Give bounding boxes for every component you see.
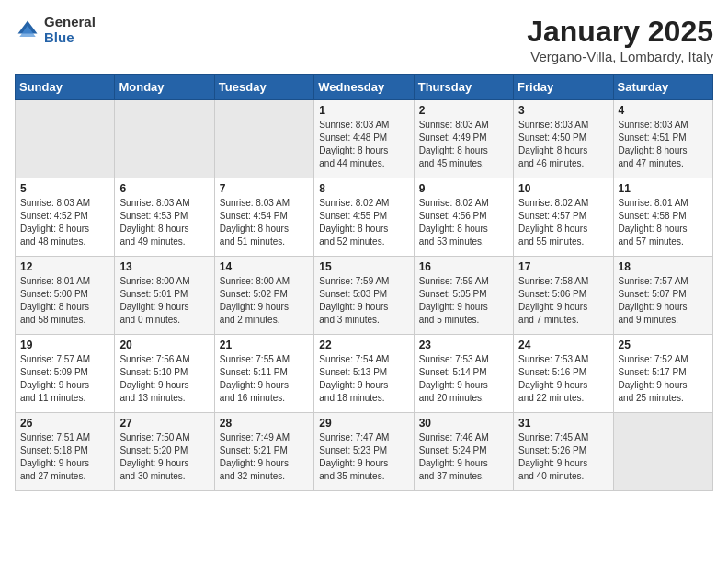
calendar-cell: 19Sunrise: 7:57 AM Sunset: 5:09 PM Dayli…	[16, 335, 115, 413]
day-number: 10	[518, 182, 608, 195]
calendar-cell: 29Sunrise: 7:47 AM Sunset: 5:23 PM Dayli…	[314, 413, 414, 491]
day-number: 5	[20, 182, 109, 195]
calendar-cell: 23Sunrise: 7:53 AM Sunset: 5:14 PM Dayli…	[414, 335, 513, 413]
day-number: 31	[518, 417, 608, 430]
day-number: 27	[119, 417, 209, 430]
calendar-cell: 10Sunrise: 8:02 AM Sunset: 4:57 PM Dayli…	[514, 178, 613, 257]
calendar-cell: 2Sunrise: 8:03 AM Sunset: 4:49 PM Daylig…	[414, 100, 513, 178]
day-number: 24	[518, 339, 608, 351]
day-number: 7	[220, 182, 309, 195]
day-info: Sunrise: 8:00 AM Sunset: 5:01 PM Dayligh…	[119, 275, 209, 327]
calendar-cell: 4Sunrise: 8:03 AM Sunset: 4:51 PM Daylig…	[613, 100, 712, 178]
day-number: 29	[319, 417, 408, 430]
header-tuesday: Tuesday	[214, 75, 313, 100]
header-sunday: Sunday	[16, 75, 115, 100]
day-number: 1	[319, 104, 408, 117]
day-info: Sunrise: 8:03 AM Sunset: 4:49 PM Dayligh…	[419, 119, 508, 170]
day-number: 11	[619, 182, 708, 195]
calendar-cell: 12Sunrise: 8:01 AM Sunset: 5:00 PM Dayli…	[16, 257, 115, 335]
day-info: Sunrise: 8:03 AM Sunset: 4:52 PM Dayligh…	[20, 197, 109, 248]
calendar-cell: 27Sunrise: 7:50 AM Sunset: 5:20 PM Dayli…	[115, 413, 214, 491]
day-info: Sunrise: 8:03 AM Sunset: 4:51 PM Dayligh…	[619, 119, 708, 170]
day-number: 2	[419, 104, 508, 117]
calendar-cell: 25Sunrise: 7:52 AM Sunset: 5:17 PM Dayli…	[613, 335, 712, 413]
logo-icon	[15, 17, 40, 43]
day-info: Sunrise: 7:53 AM Sunset: 5:16 PM Dayligh…	[518, 353, 608, 405]
calendar-cell: 1Sunrise: 8:03 AM Sunset: 4:48 PM Daylig…	[314, 100, 414, 178]
day-number: 15	[319, 260, 408, 273]
calendar-cell: 15Sunrise: 7:59 AM Sunset: 5:03 PM Dayli…	[314, 257, 414, 335]
day-number: 8	[319, 182, 408, 195]
day-info: Sunrise: 7:56 AM Sunset: 5:10 PM Dayligh…	[119, 353, 209, 405]
calendar-cell: 30Sunrise: 7:46 AM Sunset: 5:24 PM Dayli…	[414, 413, 513, 491]
day-number: 16	[419, 260, 508, 273]
calendar-cell: 28Sunrise: 7:49 AM Sunset: 5:21 PM Dayli…	[214, 413, 313, 491]
day-number: 3	[518, 104, 608, 117]
calendar-title: January 2025	[527, 15, 713, 49]
calendar-cell: 17Sunrise: 7:58 AM Sunset: 5:06 PM Dayli…	[514, 257, 613, 335]
day-number: 23	[419, 339, 508, 351]
page-header: General Blue January 2025 Vergano-Villa,…	[15, 15, 713, 64]
calendar-cell: 18Sunrise: 7:57 AM Sunset: 5:07 PM Dayli…	[613, 257, 712, 335]
day-number: 6	[119, 182, 209, 195]
day-number: 22	[319, 339, 408, 351]
calendar-table: Sunday Monday Tuesday Wednesday Thursday…	[15, 74, 713, 491]
calendar-cell: 7Sunrise: 8:03 AM Sunset: 4:54 PM Daylig…	[214, 178, 313, 257]
day-info: Sunrise: 7:58 AM Sunset: 5:06 PM Dayligh…	[518, 275, 608, 327]
calendar-week-1: 1Sunrise: 8:03 AM Sunset: 4:48 PM Daylig…	[16, 100, 713, 178]
day-info: Sunrise: 8:02 AM Sunset: 4:55 PM Dayligh…	[319, 197, 408, 248]
day-info: Sunrise: 8:02 AM Sunset: 4:56 PM Dayligh…	[419, 197, 508, 248]
day-number: 26	[20, 417, 109, 430]
header-wednesday: Wednesday	[314, 75, 414, 100]
header-monday: Monday	[115, 75, 214, 100]
day-info: Sunrise: 7:51 AM Sunset: 5:18 PM Dayligh…	[20, 431, 109, 483]
calendar-subtitle: Vergano-Villa, Lombardy, Italy	[527, 49, 713, 64]
calendar-cell: 21Sunrise: 7:55 AM Sunset: 5:11 PM Dayli…	[214, 335, 313, 413]
calendar-cell: 14Sunrise: 8:00 AM Sunset: 5:02 PM Dayli…	[214, 257, 313, 335]
day-number: 20	[119, 339, 209, 351]
calendar-cell: 6Sunrise: 8:03 AM Sunset: 4:53 PM Daylig…	[115, 178, 214, 257]
day-info: Sunrise: 7:55 AM Sunset: 5:11 PM Dayligh…	[220, 353, 309, 405]
logo-text: General Blue	[44, 15, 96, 45]
day-number: 25	[619, 339, 708, 351]
day-info: Sunrise: 7:53 AM Sunset: 5:14 PM Dayligh…	[419, 353, 508, 405]
calendar-cell: 26Sunrise: 7:51 AM Sunset: 5:18 PM Dayli…	[16, 413, 115, 491]
day-number: 21	[220, 339, 309, 351]
calendar-cell: 5Sunrise: 8:03 AM Sunset: 4:52 PM Daylig…	[16, 178, 115, 257]
header-saturday: Saturday	[613, 75, 712, 100]
day-info: Sunrise: 8:01 AM Sunset: 5:00 PM Dayligh…	[20, 275, 109, 327]
calendar-cell: 31Sunrise: 7:45 AM Sunset: 5:26 PM Dayli…	[514, 413, 613, 491]
calendar-cell	[613, 413, 712, 491]
calendar-week-2: 5Sunrise: 8:03 AM Sunset: 4:52 PM Daylig…	[16, 178, 713, 257]
calendar-cell	[214, 100, 313, 178]
calendar-cell: 3Sunrise: 8:03 AM Sunset: 4:50 PM Daylig…	[514, 100, 613, 178]
header-thursday: Thursday	[414, 75, 513, 100]
calendar-cell: 11Sunrise: 8:01 AM Sunset: 4:58 PM Dayli…	[613, 178, 712, 257]
day-info: Sunrise: 7:52 AM Sunset: 5:17 PM Dayligh…	[619, 353, 708, 405]
calendar-week-5: 26Sunrise: 7:51 AM Sunset: 5:18 PM Dayli…	[16, 413, 713, 491]
day-info: Sunrise: 7:50 AM Sunset: 5:20 PM Dayligh…	[119, 431, 209, 483]
day-number: 14	[220, 260, 309, 273]
day-number: 28	[220, 417, 309, 430]
title-block: January 2025 Vergano-Villa, Lombardy, It…	[527, 15, 713, 64]
day-info: Sunrise: 8:02 AM Sunset: 4:57 PM Dayligh…	[518, 197, 608, 248]
day-number: 18	[619, 260, 708, 273]
calendar-cell: 20Sunrise: 7:56 AM Sunset: 5:10 PM Dayli…	[115, 335, 214, 413]
day-info: Sunrise: 7:45 AM Sunset: 5:26 PM Dayligh…	[518, 431, 608, 483]
day-info: Sunrise: 7:47 AM Sunset: 5:23 PM Dayligh…	[319, 431, 408, 483]
day-info: Sunrise: 8:03 AM Sunset: 4:54 PM Dayligh…	[220, 197, 309, 248]
calendar-cell: 24Sunrise: 7:53 AM Sunset: 5:16 PM Dayli…	[514, 335, 613, 413]
day-info: Sunrise: 8:03 AM Sunset: 4:53 PM Dayligh…	[119, 197, 209, 248]
day-number: 9	[419, 182, 508, 195]
calendar-cell: 16Sunrise: 7:59 AM Sunset: 5:05 PM Dayli…	[414, 257, 513, 335]
calendar-cell: 8Sunrise: 8:02 AM Sunset: 4:55 PM Daylig…	[314, 178, 414, 257]
calendar-header: Sunday Monday Tuesday Wednesday Thursday…	[16, 75, 713, 100]
logo-blue-text: Blue	[44, 30, 96, 46]
calendar-cell: 22Sunrise: 7:54 AM Sunset: 5:13 PM Dayli…	[314, 335, 414, 413]
day-info: Sunrise: 7:59 AM Sunset: 5:05 PM Dayligh…	[419, 275, 508, 327]
day-info: Sunrise: 8:03 AM Sunset: 4:48 PM Dayligh…	[319, 119, 408, 170]
day-info: Sunrise: 7:49 AM Sunset: 5:21 PM Dayligh…	[220, 431, 309, 483]
calendar-cell: 9Sunrise: 8:02 AM Sunset: 4:56 PM Daylig…	[414, 178, 513, 257]
logo: General Blue	[15, 15, 96, 45]
day-number: 13	[119, 260, 209, 273]
